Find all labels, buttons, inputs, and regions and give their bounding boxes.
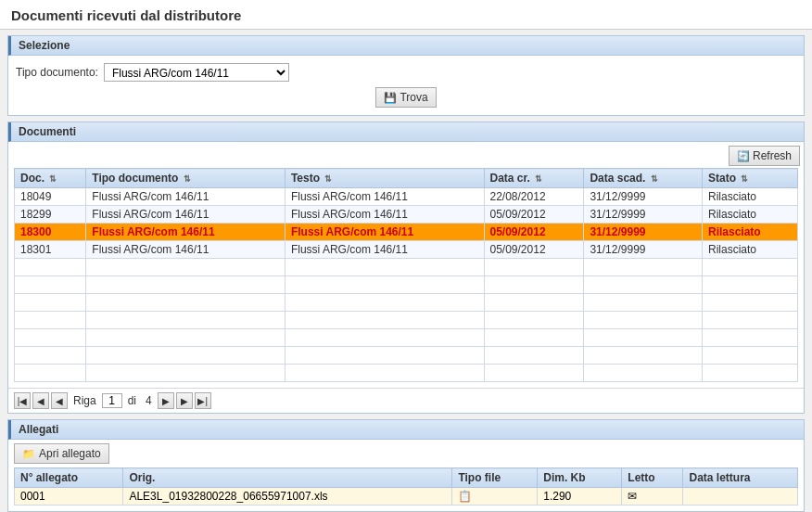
- page-first-button[interactable]: [14, 392, 31, 409]
- apri-allegato-button[interactable]: Apri allegato: [14, 443, 109, 464]
- trova-button[interactable]: Trova: [375, 87, 436, 108]
- allegati-table: N° allegato Orig. Tipo file Dim. Kb Lett…: [14, 467, 798, 506]
- table-row[interactable]: 18301Flussi ARG/com 146/11Flussi ARG/com…: [15, 241, 798, 259]
- apri-allegato-label: Apri allegato: [39, 447, 101, 460]
- page-prev-button[interactable]: [32, 392, 49, 409]
- col-orig: Orig.: [123, 468, 452, 488]
- floppy-icon: [384, 91, 397, 104]
- col-n-allegato: N° allegato: [15, 468, 123, 488]
- table-row[interactable]: 18300Flussi ARG/com 146/11Flussi ARG/com…: [15, 224, 798, 241]
- col-data-lettura: Data lettura: [683, 468, 798, 488]
- allegati-header: Allegati: [8, 420, 804, 440]
- table-row-empty: [15, 294, 798, 312]
- col-letto: Letto: [622, 468, 683, 488]
- documenti-section: Documenti Refresh Doc. ⇅ Tipo documento …: [7, 122, 805, 414]
- tipo-documento-select[interactable]: Flussi ARG/com 146/11: [104, 63, 289, 82]
- table-row-empty: [15, 365, 798, 382]
- table-row-empty: [15, 347, 798, 365]
- col-data-cr[interactable]: Data cr. ⇅: [484, 169, 584, 188]
- col-stato[interactable]: Stato ⇅: [703, 169, 798, 188]
- table-row[interactable]: 18049Flussi ARG/com 146/11Flussi ARG/com…: [15, 188, 798, 206]
- table-row-empty: [15, 276, 798, 294]
- table-row[interactable]: 18299Flussi ARG/com 146/11Flussi ARG/com…: [15, 206, 798, 224]
- page-next-button[interactable]: [158, 392, 174, 409]
- col-dim-kb: Dim. Kb: [538, 468, 622, 488]
- documents-table: Doc. ⇅ Tipo documento ⇅ Testo ⇅ Data cr.…: [14, 168, 798, 382]
- col-testo[interactable]: Testo ⇅: [285, 169, 484, 188]
- trova-label: Trova: [400, 91, 427, 104]
- col-tipo[interactable]: Tipo documento ⇅: [86, 169, 285, 188]
- page-title: Documenti ricevuti dal distributore: [0, 0, 812, 30]
- page-next2-button[interactable]: [176, 392, 193, 409]
- total-pages: 4: [146, 394, 152, 407]
- selezione-header: Selezione: [8, 36, 804, 56]
- folder-icon: [22, 447, 35, 460]
- col-tipo-file: Tipo file: [452, 468, 538, 488]
- di-label: di: [128, 394, 136, 407]
- table-header-row: Doc. ⇅ Tipo documento ⇅ Testo ⇅ Data cr.…: [15, 169, 798, 188]
- refresh-button[interactable]: Refresh: [729, 146, 800, 166]
- col-doc[interactable]: Doc. ⇅: [15, 169, 86, 188]
- table-row-empty: [15, 312, 798, 329]
- tipo-documento-label: Tipo documento:: [16, 66, 98, 79]
- allegato-row[interactable]: 0001ALE3L_01932800228_06655971007.xls📋1.…: [15, 488, 798, 506]
- page-input[interactable]: [102, 393, 122, 408]
- documenti-header: Documenti: [8, 122, 804, 142]
- riga-label: Riga: [73, 394, 96, 407]
- refresh-icon: [737, 149, 750, 162]
- allegati-header-row: N° allegato Orig. Tipo file Dim. Kb Lett…: [15, 468, 798, 488]
- selezione-section: Selezione Tipo documento: Flussi ARG/com…: [7, 35, 805, 116]
- refresh-label: Refresh: [753, 149, 792, 162]
- pagination-row: Riga di 4: [8, 388, 804, 413]
- col-data-scad[interactable]: Data scad. ⇅: [584, 169, 703, 188]
- allegati-section: Allegati Apri allegato N° allegato Orig.…: [7, 419, 805, 512]
- table-row-empty: [15, 329, 798, 347]
- page-last-button[interactable]: [195, 392, 211, 409]
- table-row-empty: [15, 259, 798, 276]
- page-prev2-button[interactable]: [51, 392, 68, 409]
